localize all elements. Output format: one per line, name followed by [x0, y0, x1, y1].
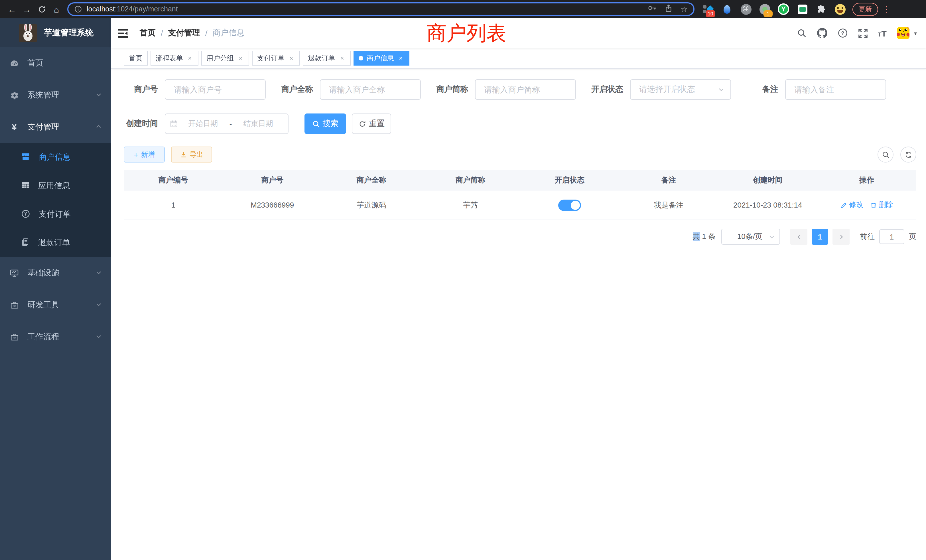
- column-header: 备注: [619, 170, 719, 190]
- chevron-down-icon[interactable]: ▾: [914, 30, 917, 36]
- chevron-down-icon: [95, 301, 102, 310]
- pagination-total: 共 1 条: [693, 232, 716, 242]
- filter-row-2: 创建时间 开始日期 - 结束日期 搜索 重置: [124, 114, 916, 134]
- extension-emoji-icon[interactable]: [834, 3, 846, 15]
- bookmark-star-icon[interactable]: ☆: [681, 5, 688, 14]
- add-button-label: 新增: [141, 150, 155, 159]
- sidebar-item-app-info[interactable]: 应用信息: [0, 172, 111, 200]
- add-button[interactable]: + 新增: [124, 147, 165, 162]
- column-header: 商户编号: [124, 170, 223, 190]
- sidebar-item-label: 支付管理: [27, 122, 95, 132]
- page-size-select[interactable]: 10条/页: [721, 229, 780, 245]
- browser-update-button[interactable]: 更新: [852, 3, 878, 16]
- github-icon[interactable]: [817, 28, 827, 38]
- refresh-table-button[interactable]: [900, 147, 916, 162]
- tab-refund-order[interactable]: 退款订单 ×: [303, 51, 351, 65]
- url-bar[interactable]: localhost:1024/pay/merchant ☆: [67, 2, 694, 16]
- field-label: 创建时间: [124, 119, 165, 129]
- edit-link[interactable]: 修改: [840, 200, 863, 210]
- extension-recorder-icon[interactable]: 1: [759, 3, 770, 15]
- tab-home[interactable]: 首页: [124, 51, 148, 65]
- sidebar-collapse-icon[interactable]: [117, 27, 129, 39]
- extension-diamond-icon[interactable]: 10: [702, 3, 714, 15]
- tab-pay-order[interactable]: 支付订单 ×: [252, 51, 300, 65]
- browser-home-button[interactable]: ⌂: [49, 2, 64, 17]
- browser-back-button[interactable]: ←: [5, 2, 20, 17]
- status-select[interactable]: 请选择开启状态: [630, 79, 731, 100]
- search-icon[interactable]: [797, 28, 806, 38]
- status-toggle[interactable]: [558, 199, 581, 211]
- search-button-label: 搜索: [322, 119, 338, 129]
- pagination: 共 1 条 10条/页 1 前往: [124, 229, 916, 245]
- export-button[interactable]: 导出: [171, 147, 212, 162]
- cell-actions: 修改 删除: [817, 191, 917, 219]
- close-icon[interactable]: ×: [288, 55, 295, 62]
- sidebar-item-system[interactable]: 系统管理: [0, 79, 111, 111]
- document-icon: [21, 238, 30, 248]
- extension-y-icon[interactable]: Y: [778, 3, 789, 15]
- full-name-input[interactable]: [320, 79, 421, 100]
- sidebar-item-pay-order[interactable]: ¥ 支付订单: [0, 200, 111, 229]
- page-number-button[interactable]: 1: [812, 229, 828, 245]
- app-navbar: 首页 / 支付管理 / 商户信息 ?: [111, 18, 926, 48]
- search-button[interactable]: 搜索: [304, 114, 346, 134]
- sidebar-item-dev-tools[interactable]: 研发工具: [0, 289, 111, 321]
- create-time-range-picker[interactable]: 开始日期 - 结束日期: [165, 114, 289, 134]
- show-search-toggle-button[interactable]: [878, 147, 894, 162]
- close-icon[interactable]: ×: [237, 55, 244, 62]
- cell-merchant-no: M233666999: [223, 191, 322, 219]
- extension-balloon-icon[interactable]: [721, 3, 733, 15]
- yen-circle-icon: ¥: [21, 209, 30, 220]
- sidebar-item-workflow[interactable]: 工作流程: [0, 321, 111, 353]
- browser-menu-icon[interactable]: ⋮: [883, 5, 891, 14]
- cell-status: [520, 191, 619, 219]
- next-page-button[interactable]: [832, 229, 850, 245]
- close-icon[interactable]: ×: [398, 55, 404, 62]
- merchant-table: 商户编号 商户号 商户全称 商户简称 开启状态 备注 创建时间 操作 1 M23…: [124, 170, 916, 220]
- user-avatar[interactable]: [897, 27, 909, 39]
- chevron-down-icon: [95, 269, 102, 278]
- browser-reload-button[interactable]: [34, 2, 49, 17]
- tab-label: 退款订单: [308, 53, 335, 63]
- breadcrumb: 首页 / 支付管理 / 商户信息: [140, 28, 245, 38]
- tab-user-group[interactable]: 用户分组 ×: [201, 51, 249, 65]
- extension-badge: 10: [706, 10, 715, 17]
- share-icon[interactable]: [665, 4, 673, 15]
- sidebar-item-merchant-info[interactable]: 商户信息: [0, 143, 111, 172]
- extensions-puzzle-icon[interactable]: [816, 3, 827, 15]
- merchant-no-input[interactable]: [165, 79, 266, 100]
- jump-page-input[interactable]: [879, 229, 904, 244]
- sidebar-item-label: 商户信息: [39, 152, 71, 162]
- font-size-icon[interactable]: TT: [878, 29, 887, 37]
- reset-button-label: 重置: [369, 119, 384, 129]
- help-icon[interactable]: ?: [837, 28, 847, 38]
- sidebar-item-home[interactable]: 首页: [0, 47, 111, 79]
- sidebar-item-refund-order[interactable]: 退款订单: [0, 229, 111, 257]
- reset-button[interactable]: 重置: [352, 114, 391, 134]
- extension-command-icon[interactable]: ⌘: [740, 3, 752, 15]
- browser-forward-button[interactable]: →: [20, 2, 34, 17]
- svg-text:¥: ¥: [24, 211, 27, 216]
- app-logo: 芋道管理系统: [0, 18, 111, 47]
- sidebar-item-infrastructure[interactable]: 基础设施: [0, 257, 111, 289]
- close-icon[interactable]: ×: [186, 55, 193, 62]
- filter-status: 开启状态 请选择开启状态: [589, 79, 731, 100]
- prev-page-button[interactable]: [790, 229, 807, 245]
- fullscreen-icon[interactable]: [858, 28, 867, 38]
- field-label: 商户全称: [279, 85, 320, 95]
- delete-link[interactable]: 删除: [870, 200, 893, 210]
- workflow-icon: [10, 333, 19, 341]
- dashboard-icon: [10, 59, 19, 68]
- sidebar-item-payment[interactable]: ¥ 支付管理: [0, 111, 111, 143]
- site-info-icon[interactable]: [74, 5, 82, 13]
- tab-merchant-info[interactable]: 商户信息 ×: [354, 51, 409, 65]
- close-icon[interactable]: ×: [339, 55, 345, 62]
- remark-input[interactable]: [785, 79, 886, 100]
- extension-chat-icon[interactable]: [797, 3, 808, 15]
- password-key-icon[interactable]: [648, 4, 657, 14]
- breadcrumb-home[interactable]: 首页: [140, 28, 156, 38]
- url-text[interactable]: localhost:1024/pay/merchant: [87, 5, 648, 13]
- tab-process-form[interactable]: 流程表单 ×: [151, 51, 198, 65]
- breadcrumb-payment[interactable]: 支付管理: [168, 28, 200, 38]
- short-name-input[interactable]: [475, 79, 576, 100]
